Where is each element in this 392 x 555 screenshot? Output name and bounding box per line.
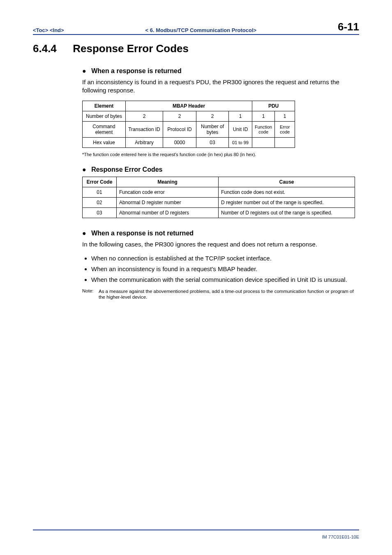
- cell: 1: [252, 111, 275, 121]
- section-title-text: Response Error Codes: [73, 42, 189, 55]
- subheading-error-codes-text: Response Error Codes: [91, 166, 162, 173]
- error-codes-table: Error Code Meaning Cause 01 Funcation co…: [82, 177, 355, 218]
- row-label: Hex value: [83, 137, 126, 147]
- sec3-body: In the following cases, the PR300 ignore…: [82, 240, 355, 249]
- cell: Abnormal number of D registers: [117, 207, 219, 218]
- cell: 03: [83, 207, 117, 218]
- note-label: Note:: [82, 288, 99, 301]
- footer-rule: [33, 530, 359, 530]
- header-nav: <Toc> <Ind>: [33, 27, 64, 33]
- cell: [275, 137, 295, 147]
- section-number: 6.4.4: [33, 42, 70, 55]
- note: Note: As a measure against the abovement…: [82, 288, 355, 301]
- footer-doc-id: IM 77C01E01-10E: [322, 534, 360, 539]
- list-item: When the communication with the serial c…: [91, 276, 355, 284]
- page-title: 6.4.4 Response Error Codes: [33, 42, 359, 55]
- toc-link[interactable]: <Toc>: [33, 27, 48, 33]
- row-label: Command element: [83, 121, 126, 137]
- sec1-body: If an inconsistency is found in a reques…: [82, 78, 355, 95]
- cell: Error code: [275, 121, 295, 137]
- bullet-icon: ●: [82, 166, 86, 173]
- cell: Abnormal D register number: [117, 197, 219, 207]
- list-item: When an inconsistency is found in a requ…: [91, 265, 355, 273]
- cell: 2: [163, 111, 196, 121]
- cell: Number of D registers out of the range i…: [219, 207, 355, 218]
- th-code: Error Code: [83, 177, 117, 187]
- th-mbap: MBAP Header: [126, 101, 252, 111]
- page-number: 6-11: [338, 21, 359, 33]
- cell: 02: [83, 197, 117, 207]
- note-text: As a measure against the abovementioned …: [99, 288, 355, 301]
- th-element: Element: [83, 101, 126, 111]
- cell: Arbitrary: [126, 137, 163, 147]
- cell: Transaction ID: [126, 121, 163, 137]
- breadcrumb[interactable]: < 6. Modbus/TCP Communication Protocol>: [145, 27, 256, 33]
- table-row: 03 Abnormal number of D registers Number…: [83, 207, 355, 218]
- cell: [252, 137, 275, 147]
- table-row: Element MBAP Header PDU: [83, 101, 295, 111]
- cell: Unit ID: [229, 121, 252, 137]
- cell: 01: [83, 187, 117, 197]
- subheading-not-returned: ● When a response is not returned: [82, 230, 355, 237]
- cell: Function code: [252, 121, 275, 137]
- table-row: 01 Funcation code error Function code do…: [83, 187, 355, 197]
- table-row: Error Code Meaning Cause: [83, 177, 355, 187]
- table-row: Hex value Arbitrary 0000 03 01 to 99: [83, 137, 295, 147]
- list-item: When no connection is established at the…: [91, 254, 355, 263]
- th-meaning: Meaning: [117, 177, 219, 187]
- cell: Protocol ID: [163, 121, 196, 137]
- cell: Function code does not exist.: [219, 187, 355, 197]
- cell: 1: [275, 111, 295, 121]
- cell: 0000: [163, 137, 196, 147]
- cell: 03: [196, 137, 229, 147]
- subheading-returned: ● When a response is returned: [82, 67, 355, 75]
- cell: 1: [229, 111, 252, 121]
- cell: Funcation code error: [117, 187, 219, 197]
- th-pdu: PDU: [252, 101, 295, 111]
- table-footnote: *The function code entered here is the r…: [82, 152, 355, 157]
- subheading-returned-text: When a response is returned: [91, 67, 182, 74]
- cell: 2: [196, 111, 229, 121]
- cell: 2: [126, 111, 163, 121]
- bullet-icon: ●: [82, 67, 86, 74]
- cell: D register number out of the range is sp…: [219, 197, 355, 207]
- cell: 01 to 99: [229, 137, 252, 147]
- th-cause: Cause: [219, 177, 355, 187]
- subheading-not-returned-text: When a response is not returned: [91, 230, 194, 237]
- table-row: Command element Transaction ID Protocol …: [83, 121, 295, 137]
- subheading-error-codes: ● Response Error Codes: [82, 166, 355, 173]
- bullet-icon: ●: [82, 230, 86, 237]
- mbap-table: Element MBAP Header PDU Number of bytes …: [82, 101, 295, 148]
- cell: Number of bytes: [196, 121, 229, 137]
- table-row: 02 Abnormal D register number D register…: [83, 197, 355, 207]
- ind-link[interactable]: <Ind>: [50, 27, 64, 33]
- table-row: Number of bytes 2 2 2 1 1 1: [83, 111, 295, 121]
- sec3-list: When no connection is established at the…: [91, 254, 355, 284]
- page-header: <Toc> <Ind> < 6. Modbus/TCP Communicatio…: [33, 21, 359, 35]
- row-label: Number of bytes: [83, 111, 126, 121]
